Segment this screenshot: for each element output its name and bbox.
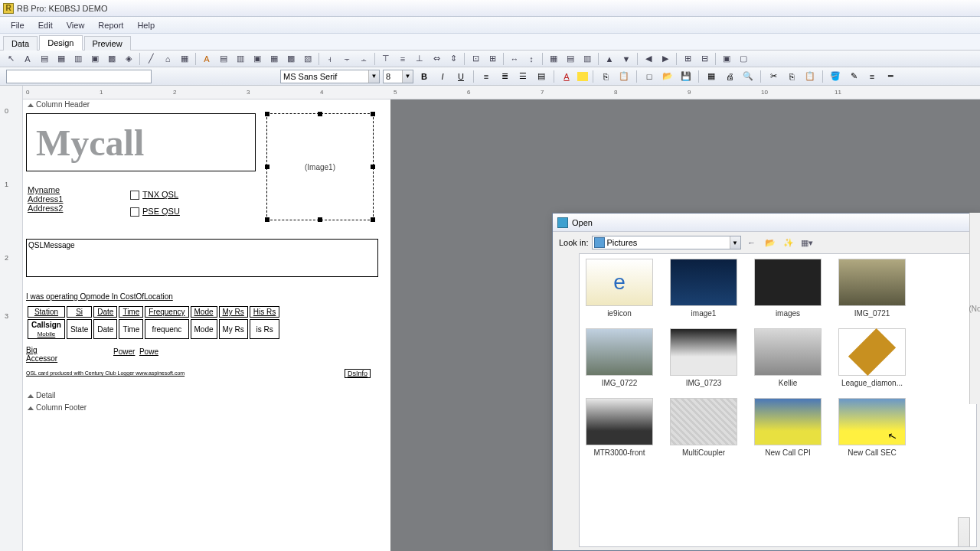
line-style-button[interactable]: ≡: [864, 70, 880, 83]
space-v-button[interactable]: ⇕: [446, 52, 461, 66]
new-folder-button[interactable]: ✨: [781, 236, 796, 249]
cut-button[interactable]: ✂: [766, 70, 781, 83]
group-button[interactable]: ⊞: [680, 52, 695, 66]
align-top-button[interactable]: ⊤: [378, 52, 394, 66]
align-left-button[interactable]: ⫞: [322, 52, 338, 66]
file-item[interactable]: eie9icon: [584, 259, 655, 318]
dbmemo-tool-button[interactable]: ▤: [216, 52, 231, 66]
send-back-button[interactable]: ▼: [619, 52, 634, 66]
grid-tool-button[interactable]: ▤: [563, 52, 578, 66]
file-item[interactable]: New Call CPI: [753, 398, 823, 457]
chevron-down-icon[interactable]: ▼: [402, 70, 413, 83]
crosstab-tool-button[interactable]: ▥: [580, 52, 595, 66]
menu-help[interactable]: Help: [131, 19, 161, 31]
size-w-button[interactable]: ↔: [507, 52, 522, 66]
operating-line[interactable]: I was operating Opmode In CostOfLocation: [26, 292, 173, 301]
file-item[interactable]: New Call SEC: [837, 398, 907, 457]
qsl-message-box[interactable]: QSLMessage: [26, 239, 378, 277]
dbbarcode-tool-button[interactable]: ▦: [266, 52, 282, 66]
file-item[interactable]: MTR3000-front: [584, 398, 655, 457]
section-detail-label[interactable]: Detail: [24, 390, 59, 400]
textalign-left-button[interactable]: ≡: [479, 70, 494, 83]
center-h-button[interactable]: ⊡: [468, 52, 483, 66]
barcode-tool-button[interactable]: ▦: [177, 52, 192, 66]
save-button[interactable]: 💾: [678, 70, 694, 83]
file-item[interactable]: MultiCoupler: [668, 398, 739, 457]
mycall-container[interactable]: Mycall: [26, 113, 256, 171]
nudge-left-button[interactable]: ◀: [641, 52, 656, 66]
chevron-down-icon[interactable]: ▼: [368, 70, 379, 83]
up-button[interactable]: 📂: [763, 236, 778, 249]
page-setup-button[interactable]: ▦: [704, 70, 719, 83]
shape-tool-button[interactable]: ◈: [121, 52, 136, 66]
image-placeholder[interactable]: (Image1): [266, 113, 374, 220]
menu-report[interactable]: Report: [92, 19, 129, 31]
tab-data[interactable]: Data: [3, 36, 38, 51]
bring-front-button[interactable]: ▲: [602, 52, 617, 66]
nudge-right-button[interactable]: ▶: [658, 52, 673, 66]
dsinfo-field[interactable]: DsInfo: [345, 369, 371, 378]
new-button[interactable]: □: [642, 70, 657, 83]
textalign-justify-button[interactable]: ▤: [534, 70, 549, 83]
tnx-row[interactable]: TNX QSL: [130, 190, 178, 200]
text-tool-button[interactable]: A: [20, 52, 35, 66]
file-item[interactable]: League_diamon...: [837, 328, 907, 387]
pse-row[interactable]: PSE QSU: [130, 207, 180, 217]
section-header-label[interactable]: Column Header: [24, 99, 93, 109]
chevron-down-icon[interactable]: ▼: [730, 236, 740, 249]
system-tool-button[interactable]: ▣: [87, 52, 103, 66]
font-size-combo[interactable]: 8 ▼: [383, 70, 413, 83]
checkbox-icon[interactable]: [130, 191, 139, 200]
file-item[interactable]: IMG_0723: [668, 328, 739, 387]
line-width-button[interactable]: ━: [883, 70, 898, 83]
lookin-combo[interactable]: Pictures ▼: [592, 236, 741, 249]
extra1-button[interactable]: ▣: [719, 52, 734, 66]
dbchart-tool-button[interactable]: ▧: [300, 52, 315, 66]
size-h-button[interactable]: ↕: [524, 52, 539, 66]
image-tool-button[interactable]: ▩: [104, 52, 119, 66]
file-item[interactable]: images: [753, 259, 823, 318]
open-button[interactable]: 📂: [660, 70, 675, 83]
file-list[interactable]: eie9icon image1 images IMG_0721 IMG_0722…: [579, 253, 977, 547]
tab-preview[interactable]: Preview: [84, 36, 131, 51]
region-tool-button[interactable]: ⌂: [160, 52, 175, 66]
dbimage-tool-button[interactable]: ▣: [250, 52, 265, 66]
dbrichtext-tool-button[interactable]: ▥: [233, 52, 248, 66]
dbtext-tool-button[interactable]: A: [199, 52, 214, 66]
align-right-button[interactable]: ⫠: [356, 52, 371, 66]
name-address-block[interactable]: Myname Address1 Address2: [28, 185, 63, 213]
highlight-button[interactable]: [577, 72, 588, 81]
file-item[interactable]: image1: [668, 259, 739, 318]
menu-view[interactable]: View: [60, 19, 91, 31]
object-name-input[interactable]: [6, 70, 152, 83]
power-block[interactable]: Power Powe: [113, 347, 158, 356]
align-middle-button[interactable]: ≡: [395, 52, 410, 66]
file-item[interactable]: IMG_0722: [584, 328, 655, 387]
file-item[interactable]: Kellie: [753, 328, 823, 387]
memo-tool-button[interactable]: ▦: [54, 52, 69, 66]
print-button[interactable]: 🖨: [722, 70, 737, 83]
view-menu-button[interactable]: ▦▾: [799, 236, 815, 249]
italic-button[interactable]: I: [435, 70, 450, 83]
textalign-center-button[interactable]: ≣: [497, 70, 512, 83]
menu-edit[interactable]: Edit: [32, 19, 59, 31]
preview-button[interactable]: 🔍: [740, 70, 756, 83]
table-tool-button[interactable]: ▦: [546, 52, 561, 66]
section-footer-label[interactable]: Column Footer: [24, 403, 90, 412]
underline-button[interactable]: U: [453, 70, 469, 83]
dbcalc-tool-button[interactable]: ▩: [283, 52, 299, 66]
textalign-right-button[interactable]: ☰: [515, 70, 531, 83]
font-color-button[interactable]: A: [559, 70, 574, 83]
paste2-button[interactable]: 📋: [802, 70, 818, 83]
fill-color-button[interactable]: 🪣: [828, 70, 843, 83]
richtext-tool-button[interactable]: ▥: [70, 52, 86, 66]
font-name-combo[interactable]: MS Sans Serif ▼: [280, 70, 380, 83]
center-v-button[interactable]: ⊞: [485, 52, 500, 66]
pointer-tool-button[interactable]: ↖: [3, 52, 18, 66]
back-button[interactable]: ←: [744, 236, 760, 249]
copy-button[interactable]: ⎘: [598, 70, 613, 83]
copy2-button[interactable]: ⎘: [784, 70, 799, 83]
checkbox-icon[interactable]: [130, 207, 139, 217]
bold-button[interactable]: B: [416, 70, 432, 83]
big-accessor-block[interactable]: Big Accessor: [26, 346, 57, 363]
